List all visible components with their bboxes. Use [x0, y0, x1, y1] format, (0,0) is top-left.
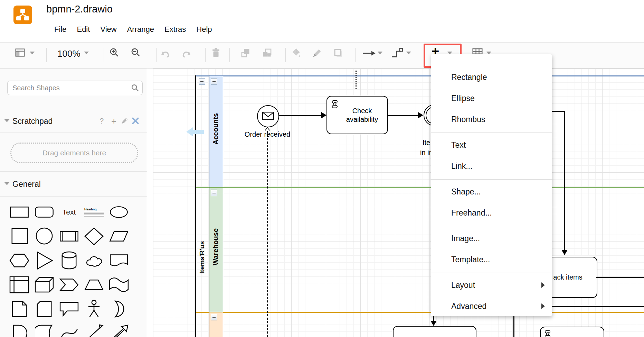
- menu-item-layout[interactable]: Layout: [431, 275, 552, 296]
- task-update[interactable]: Update: [540, 327, 604, 337]
- menu-help[interactable]: Help: [196, 25, 212, 34]
- menu-item-advanced[interactable]: Advanced: [431, 296, 552, 317]
- shape-card[interactable]: [32, 297, 57, 321]
- shape-tape[interactable]: [106, 273, 131, 297]
- shape-data-storage[interactable]: [32, 321, 57, 337]
- zoom-out-icon[interactable]: [131, 48, 141, 57]
- menu-edit[interactable]: Edit: [77, 25, 90, 34]
- connection-icon[interactable]: [362, 49, 376, 57]
- connector-line[interactable]: [564, 111, 565, 251]
- shape-parallelogram[interactable]: [106, 224, 131, 248]
- shape-bidirectional-arrow[interactable]: [82, 321, 106, 337]
- view-panels-icon[interactable]: [15, 48, 25, 57]
- shape-callout[interactable]: [57, 297, 82, 321]
- scratchpad-dropzone[interactable]: Drag elements here: [10, 143, 138, 163]
- lane-warehouse-label[interactable]: Warehouse: [212, 185, 220, 309]
- table-caret-icon[interactable]: [486, 52, 491, 54]
- scratchpad-caret-icon[interactable]: [4, 119, 10, 122]
- message-flow-dashed-line[interactable]: [267, 131, 268, 337]
- line-color-icon[interactable]: [312, 48, 322, 58]
- menu-item-ellipse[interactable]: Ellipse: [431, 88, 552, 109]
- task-check-availability[interactable]: Check availability: [326, 96, 388, 134]
- shape-cylinder[interactable]: [57, 248, 82, 273]
- parallelogram-icon: [109, 229, 129, 244]
- fill-color-icon[interactable]: [291, 48, 301, 58]
- shape-arrow[interactable]: [106, 321, 131, 337]
- delete-icon[interactable]: [211, 47, 221, 58]
- menu-arrange[interactable]: Arrange: [127, 25, 154, 34]
- zoom-in-icon[interactable]: [110, 48, 119, 57]
- diagram-canvas[interactable]: Items'R'us Accounts Warehouse Order rece…: [147, 69, 644, 337]
- view-caret-icon[interactable]: [30, 52, 35, 54]
- shape-internal-storage[interactable]: [7, 273, 32, 297]
- shape-curve[interactable]: [57, 321, 82, 337]
- waypoints-icon[interactable]: [391, 47, 403, 58]
- sequence-flow-line[interactable]: [552, 306, 644, 307]
- shape-trapezoid[interactable]: [82, 273, 106, 297]
- start-event-circle[interactable]: [257, 105, 279, 127]
- shape-actor[interactable]: [82, 297, 106, 321]
- connector-line[interactable]: [552, 111, 565, 112]
- shape-cloud[interactable]: [82, 248, 106, 273]
- search-shapes-input[interactable]: [12, 82, 131, 93]
- menu-file[interactable]: File: [54, 25, 66, 34]
- lane-accounts-label[interactable]: Accounts: [212, 74, 220, 184]
- menu-view[interactable]: View: [100, 25, 116, 34]
- menu-item-text[interactable]: Text: [431, 135, 552, 156]
- shape-cube[interactable]: [32, 273, 57, 297]
- collapse-pool-button[interactable]: [199, 78, 205, 85]
- shape-note[interactable]: [7, 297, 32, 321]
- menubar: File Edit View Arrange Extras Help: [54, 25, 212, 34]
- menu-item-link[interactable]: Link...: [431, 156, 552, 177]
- sequence-flow-line[interactable]: [278, 115, 322, 116]
- pool-label[interactable]: Items'R'us: [198, 206, 206, 309]
- shape-ellipse[interactable]: [106, 200, 131, 224]
- menu-item-template[interactable]: Template...: [431, 249, 552, 270]
- task-bottom-center[interactable]: [393, 326, 476, 337]
- shape-and[interactable]: [7, 321, 32, 337]
- shape-document[interactable]: [106, 248, 131, 273]
- general-caret-icon[interactable]: [4, 182, 10, 185]
- shape-rounded-rectangle[interactable]: [32, 200, 57, 224]
- shape-hexagon[interactable]: [7, 248, 32, 273]
- to-front-icon[interactable]: [241, 48, 250, 58]
- help-icon[interactable]: ?: [100, 117, 104, 126]
- search-icon[interactable]: [131, 84, 139, 92]
- shadow-icon[interactable]: [333, 48, 343, 58]
- shape-text[interactable]: Text: [57, 200, 82, 224]
- connector-line[interactable]: [513, 316, 514, 337]
- shape-square[interactable]: [7, 224, 32, 248]
- start-event-label[interactable]: Order received: [240, 130, 295, 138]
- sequence-flow-line[interactable]: [596, 277, 644, 278]
- zoom-level[interactable]: 100%: [57, 48, 80, 59]
- add-icon[interactable]: +: [111, 116, 116, 127]
- pool-border: [195, 75, 196, 337]
- menu-item-shape[interactable]: Shape...: [431, 181, 552, 202]
- scratchpad-title[interactable]: Scratchpad: [12, 117, 53, 126]
- menu-item-image[interactable]: Image...: [431, 228, 552, 249]
- shape-rectangle[interactable]: [7, 200, 32, 224]
- waypoints-caret-icon[interactable]: [406, 52, 411, 54]
- redo-icon[interactable]: [181, 50, 192, 57]
- menu-extras[interactable]: Extras: [164, 25, 186, 34]
- connection-caret-icon[interactable]: [378, 52, 382, 54]
- edit-pencil-icon[interactable]: [121, 117, 129, 125]
- shape-or[interactable]: [106, 297, 131, 321]
- zoom-caret-icon[interactable]: [84, 52, 89, 54]
- shape-triangle[interactable]: [32, 248, 57, 273]
- shape-process[interactable]: [57, 224, 82, 248]
- general-section-title[interactable]: General: [12, 180, 41, 189]
- menu-item-rhombus[interactable]: Rhombus: [431, 109, 552, 130]
- close-x-icon[interactable]: [132, 117, 139, 124]
- shape-diamond[interactable]: [82, 224, 106, 248]
- undo-icon[interactable]: [160, 50, 170, 57]
- to-back-icon[interactable]: [262, 48, 272, 58]
- menu-item-rectangle[interactable]: Rectangle: [431, 67, 552, 88]
- menu-item-freehand[interactable]: Freehand...: [431, 202, 552, 224]
- shape-circle[interactable]: [32, 224, 57, 248]
- shape-step[interactable]: [57, 273, 82, 297]
- sequence-flow-line[interactable]: [388, 115, 419, 116]
- and-icon: [12, 324, 27, 337]
- shape-heading[interactable]: Heading: [82, 200, 106, 224]
- collapse-lane-orange-button[interactable]: [211, 314, 217, 320]
